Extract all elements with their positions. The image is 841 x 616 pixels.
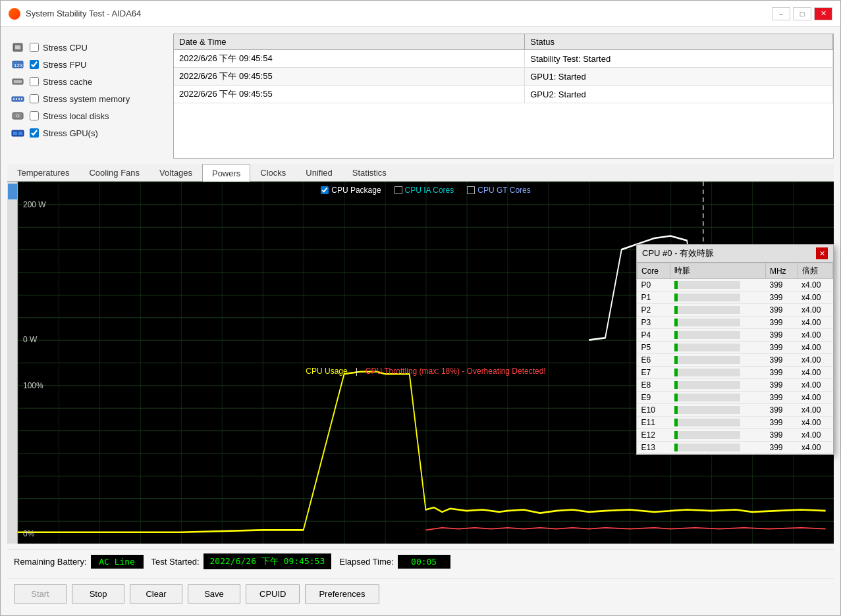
tab-powers[interactable]: Powers <box>202 164 250 182</box>
minimize-button[interactable]: − <box>772 7 790 20</box>
title-bar-controls: − □ ✕ <box>772 7 832 20</box>
clear-button[interactable]: Clear <box>130 584 182 603</box>
save-button[interactable]: Save <box>188 584 240 603</box>
cpu-core-row: E12 399 x4.00 <box>638 429 833 442</box>
stress-cache-checkbox[interactable] <box>30 77 39 86</box>
stress-disk-checkbox[interactable] <box>30 111 39 120</box>
core-mult: x4.00 <box>798 417 832 429</box>
cpu-core-row: E8 399 x4.00 <box>638 379 833 392</box>
stress-gpu-checkbox[interactable] <box>30 128 39 138</box>
core-id: E11 <box>638 417 670 429</box>
core-bar <box>674 306 678 314</box>
core-bar <box>674 394 678 401</box>
tab-clocks[interactable]: Clocks <box>250 164 296 181</box>
core-mult: x4.00 <box>798 379 832 392</box>
tab-temperatures[interactable]: Temperatures <box>7 164 79 181</box>
power-y-bottom: 0 W <box>23 335 37 344</box>
close-button[interactable]: ✕ <box>814 7 832 20</box>
core-mult: x4.00 <box>798 317 832 329</box>
stress-memory-checkbox[interactable] <box>30 94 39 103</box>
preferences-button[interactable]: Preferences <box>305 584 379 603</box>
svg-text:123: 123 <box>14 63 23 68</box>
core-bar-cell <box>670 442 766 454</box>
legend-cpu-package: CPU Package <box>321 186 381 195</box>
stress-cpu-checkbox[interactable] <box>30 43 39 52</box>
usage-y-bottom: 0% <box>23 529 34 538</box>
app-icon <box>9 8 20 20</box>
stress-gpu-label: Stress GPU(s) <box>43 128 98 138</box>
tab-statistics[interactable]: Statistics <box>342 164 396 181</box>
cpu-popup-title-text: CPU #0 - 有效時脈 <box>642 247 714 259</box>
stress-memory-item: Stress system memory <box>7 91 165 106</box>
log-status: Stability Test: Started <box>525 50 833 68</box>
core-mhz: 399 <box>765 442 798 454</box>
core-mhz: 399 <box>765 379 798 392</box>
legend-cpu-ia: CPU IA Cores <box>394 186 454 195</box>
started-label: Test Started: <box>151 557 200 567</box>
core-bar-cell <box>670 379 766 392</box>
tabs-section: TemperaturesCooling FansVoltagesPowersCl… <box>7 164 834 544</box>
core-bar-container <box>674 331 740 339</box>
usage-chart-row: CPU Usage | CPU Throttling (max: 18%) - … <box>7 363 834 544</box>
stress-disk-label: Stress local disks <box>43 111 109 121</box>
main-content: Stress CPU 123 Stress FPU <box>1 27 840 615</box>
cpu-core-row: E11 399 x4.00 <box>638 417 833 429</box>
cpu-core-row: E7 399 x4.00 <box>638 367 833 379</box>
cpu-popup-title-bar: CPU #0 - 有效時脈 ✕ <box>637 245 833 263</box>
cpuid-button[interactable]: CPUID <box>246 584 300 603</box>
core-id: P5 <box>638 342 670 354</box>
usage-separator: | <box>356 367 358 376</box>
core-id: E12 <box>638 429 670 442</box>
stress-cpu-item: Stress CPU <box>7 40 165 55</box>
core-id: E8 <box>638 379 670 392</box>
svg-rect-15 <box>13 132 17 135</box>
stress-fpu-label: Stress FPU <box>43 60 86 70</box>
log-datetime: 2022/6/26 下午 09:45:54 <box>174 50 525 68</box>
core-bar-cell <box>670 279 766 292</box>
core-mult: x4.00 <box>798 429 832 442</box>
core-mhz: 399 <box>765 429 798 442</box>
core-bar-container <box>674 431 740 439</box>
fpu-icon: 123 <box>10 59 26 70</box>
core-mult: x4.00 <box>798 442 832 454</box>
legend-cpu-package-checkbox[interactable] <box>321 186 329 194</box>
started-field: Test Started: 2022/6/26 下午 09:45:53 <box>151 553 332 569</box>
power-scrollbar-thumb[interactable] <box>8 184 17 199</box>
cpu-popup-close-button[interactable]: ✕ <box>816 247 828 259</box>
charts-area: CPU Package CPU IA Cores CPU GT Cores <box>7 182 834 544</box>
core-bar <box>674 294 678 301</box>
log-datetime: 2022/6/26 下午 09:45:55 <box>174 68 525 86</box>
popup-header-mult: 倍頻 <box>798 263 832 279</box>
popup-header-freq: 時脈 <box>670 263 766 279</box>
core-bar-container <box>674 369 740 376</box>
log-row: 2022/6/26 下午 09:45:54Stability Test: Sta… <box>174 50 833 68</box>
core-bar <box>674 319 678 326</box>
svg-rect-5 <box>14 80 22 83</box>
core-mhz: 399 <box>765 279 798 292</box>
tab-voltages[interactable]: Voltages <box>149 164 202 181</box>
tab-unified[interactable]: Unified <box>296 164 342 181</box>
tab-cooling_fans[interactable]: Cooling Fans <box>79 164 149 181</box>
legend-cpu-gt-label: CPU GT Cores <box>477 186 530 195</box>
stress-fpu-checkbox[interactable] <box>30 60 39 69</box>
stress-fpu-item: 123 Stress FPU <box>7 57 165 72</box>
core-bar <box>674 369 678 376</box>
core-mhz: 399 <box>765 417 798 429</box>
title-bar: System Stability Test - AIDA64 − □ ✕ <box>1 1 840 27</box>
maximize-button[interactable]: □ <box>793 7 811 20</box>
core-mhz: 399 <box>765 392 798 404</box>
usage-label-throttle: CPU Throttling (max: 18%) - Overheating … <box>366 367 546 376</box>
usage-scrollbar[interactable] <box>7 363 18 544</box>
cpu-core-row: P3 399 x4.00 <box>638 317 833 329</box>
start-button[interactable]: Start <box>14 584 67 603</box>
stop-button[interactable]: Stop <box>72 584 124 603</box>
core-bar <box>674 331 678 339</box>
core-id: P4 <box>638 329 670 342</box>
core-bar-cell <box>670 429 766 442</box>
core-bar <box>674 281 678 289</box>
core-bar-cell <box>670 304 766 317</box>
core-mhz: 399 <box>765 304 798 317</box>
core-bar-cell <box>670 317 766 329</box>
disk-icon <box>10 110 26 122</box>
power-scrollbar[interactable] <box>7 182 18 363</box>
